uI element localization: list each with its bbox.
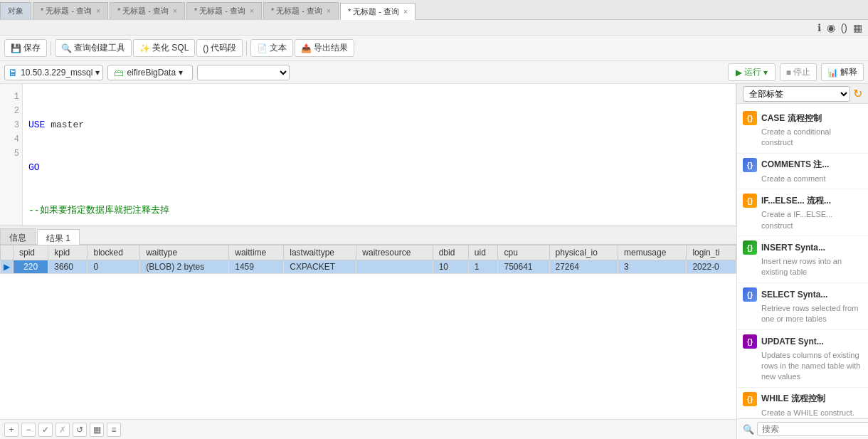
col-uid[interactable]: uid — [468, 245, 498, 260]
snippet-while[interactable]: {} WHILE 流程控制 Create a WHILE construct. … — [737, 388, 868, 418]
server-value: 10.50.3.229_mssql — [21, 68, 92, 78]
tab-query-1[interactable]: * 无标题 - 查询 × — [33, 2, 108, 19]
tab-object[interactable]: 对象 — [0, 2, 31, 19]
snippet-ifelse[interactable]: {} IF...ELSE... 流程... Create a IF...ELSE… — [737, 189, 868, 236]
save-button[interactable]: 💾 保存 — [4, 39, 47, 57]
code-line-3: --如果要指定数据库就把注释去掉 — [28, 203, 730, 218]
run-dropdown-icon: ▾ — [763, 68, 768, 78]
result-tab-info-label: 信息 — [9, 233, 26, 243]
refresh-button[interactable]: ↺ — [73, 423, 87, 437]
col-waittype[interactable]: waittype — [140, 245, 229, 260]
cancel-button[interactable]: ✗ — [55, 423, 70, 437]
table-view-button[interactable]: ≡ — [107, 423, 121, 437]
grid-view-button[interactable]: ▦ — [90, 423, 104, 437]
run-button[interactable]: ▶ 运行 ▾ — [728, 63, 776, 81]
query-builder-label: 查询创建工具 — [74, 42, 125, 54]
right-panel: 全部标签 ↻ {} CASE 流程控制 Create a conditional… — [736, 84, 868, 439]
snippet-insert-header: {} INSERT Synta... — [743, 240, 862, 255]
result-tab-info[interactable]: 信息 — [0, 228, 36, 244]
tab-query-2-close[interactable]: × — [173, 7, 177, 15]
query-builder-button[interactable]: 🔍 查询创建工具 — [55, 39, 132, 57]
explain-icon: 📊 — [827, 68, 838, 78]
eye-icon[interactable]: ◉ — [825, 22, 837, 33]
col-memusage[interactable]: memusage — [618, 245, 686, 260]
col-kpid[interactable]: kpid — [48, 245, 88, 260]
col-waittime[interactable]: waittime — [229, 245, 284, 260]
cell-memusage: 3 — [618, 260, 686, 274]
col-cpu[interactable]: cpu — [498, 245, 549, 260]
tab-query-2[interactable]: * 无标题 - 查询 × — [110, 2, 185, 19]
tab-query-5-close[interactable]: × — [403, 8, 408, 16]
info-icon[interactable]: ℹ — [816, 22, 822, 33]
tag-select[interactable]: 全部标签 — [743, 86, 850, 102]
search-input[interactable] — [757, 422, 868, 436]
tab-query-1-close[interactable]: × — [96, 7, 100, 15]
confirm-button[interactable]: ✓ — [38, 423, 53, 437]
explain-button[interactable]: 📊 解释 — [821, 63, 864, 81]
tab-query-5[interactable]: * 无标题 - 查询 × — [340, 3, 416, 20]
tab-query-3-close[interactable]: × — [250, 7, 254, 15]
cell-cpu: 750641 — [498, 260, 549, 274]
code-editor[interactable]: 1 2 3 4 5 USE master GO --如果要指定数据库就把注释去掉… — [0, 84, 736, 226]
remove-row-button[interactable]: − — [21, 423, 36, 437]
code-line-2: GO — [28, 161, 730, 175]
snippet-select-desc: Retrieve rows selected from one or more … — [761, 303, 862, 325]
code-snippet-label: 代码段 — [211, 42, 236, 54]
tab-query-2-label: * 无标题 - 查询 — [117, 6, 169, 16]
tab-query-4[interactable]: * 无标题 - 查询 × — [263, 2, 339, 19]
snippet-update-header: {} UPDATE Synt... — [743, 334, 862, 349]
text-button[interactable]: 📄 文本 — [250, 39, 293, 57]
col-blocked[interactable]: blocked — [88, 245, 140, 260]
col-spid[interactable]: spid — [14, 245, 48, 260]
snippet-comments-header: {} COMMENTS 注... — [743, 158, 862, 172]
code-snippet-button[interactable]: () 代码段 — [196, 39, 243, 57]
table-row[interactable]: ▶ 220 3660 0 (BLOB) 2 bytes 1459 CXPACKE… — [1, 260, 736, 274]
export-button[interactable]: 📤 导出结果 — [295, 39, 354, 57]
snippet-case-header: {} CASE 流程控制 — [743, 111, 862, 125]
snippet-insert[interactable]: {} INSERT Synta... Insert new rows into … — [737, 236, 868, 283]
tab-query-5-label: * 无标题 - 查询 — [348, 6, 399, 17]
snippet-comments-desc: Create a comment — [761, 174, 862, 184]
toolbar-sep-1 — [51, 41, 51, 55]
tab-query-3[interactable]: * 无标题 - 查询 × — [186, 2, 262, 19]
cell-waittime: 1459 — [229, 260, 284, 274]
code-content[interactable]: USE master GO --如果要指定数据库就把注释去掉 SELECT * … — [23, 84, 736, 226]
export-icon: 📤 — [301, 43, 312, 53]
editor-container: 1 2 3 4 5 USE master GO --如果要指定数据库就把注释去掉… — [0, 84, 736, 439]
snippet-comments[interactable]: {} COMMENTS 注... Create a comment — [737, 154, 868, 189]
schema-select[interactable] — [197, 65, 290, 80]
result-tab-1[interactable]: 结果 1 — [37, 229, 80, 245]
line-num-3: 3 — [3, 118, 19, 132]
snippet-ifelse-icon: {} — [743, 194, 757, 208]
snippet-case-desc: Create a conditional construct — [761, 127, 862, 149]
main-toolbar: 💾 保存 🔍 查询创建工具 ✨ 美化 SQL () 代码段 📄 文本 📤 导出结… — [0, 36, 868, 61]
beautify-button[interactable]: ✨ 美化 SQL — [133, 39, 195, 57]
add-row-button[interactable]: + — [4, 423, 18, 437]
col-lastwaittype[interactable]: lastwaittype — [284, 245, 356, 260]
col-login-ti[interactable]: login_ti — [687, 245, 736, 260]
server-select[interactable]: 🖥 10.50.3.229_mssql ▾ — [4, 65, 103, 80]
brackets-icon[interactable]: () — [840, 22, 849, 33]
database-select[interactable]: 🗃 eifireBigData ▾ — [107, 65, 193, 80]
snippet-case[interactable]: {} CASE 流程控制 Create a conditional constr… — [737, 107, 868, 154]
result-table-wrap[interactable]: spid kpid blocked waittype waittime last… — [0, 245, 736, 419]
grid-icon[interactable]: ▦ — [852, 22, 864, 33]
search-icon: 🔍 — [743, 424, 754, 435]
stop-button[interactable]: ■ 停止 — [780, 63, 817, 81]
col-waitresource[interactable]: waitresource — [356, 245, 433, 260]
snippet-ifelse-desc: Create a IF...ELSE... construct — [761, 209, 862, 231]
text-label: 文本 — [270, 42, 287, 54]
row-indicator: ▶ — [1, 260, 14, 274]
tab-bar: 对象 * 无标题 - 查询 × * 无标题 - 查询 × * 无标题 - 查询 … — [0, 0, 868, 20]
col-dbid[interactable]: dbid — [433, 245, 468, 260]
cell-physical-io: 27264 — [549, 260, 618, 274]
check-icon: ✓ — [42, 425, 49, 435]
tab-query-4-close[interactable]: × — [327, 7, 331, 15]
snippet-select[interactable]: {} SELECT Synta... Retrieve rows selecte… — [737, 283, 868, 330]
cell-lastwaittype: CXPACKET — [284, 260, 356, 274]
refresh-snippets-icon[interactable]: ↻ — [853, 87, 862, 100]
beautify-icon: ✨ — [139, 43, 150, 53]
col-physical-io[interactable]: physical_io — [549, 245, 618, 260]
snippet-case-title: CASE 流程控制 — [761, 112, 822, 125]
snippet-update[interactable]: {} UPDATE Synt... Updates columns of exi… — [737, 330, 868, 388]
